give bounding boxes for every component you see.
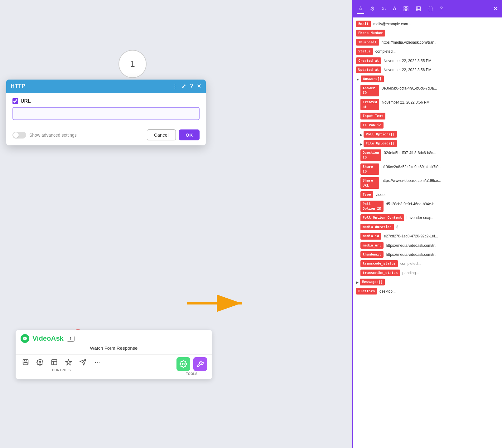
array-tag: Answers[] (361, 75, 384, 82)
field-value: molly@example.com... (373, 21, 411, 27)
field-value: https://media.videoask.com/tr... (386, 242, 437, 248)
tools-purple-icon[interactable] (193, 357, 207, 371)
ok-button[interactable]: OK (179, 129, 200, 140)
svg-rect-7 (407, 7, 408, 8)
cancel-button[interactable]: Cancel (147, 129, 176, 140)
data-row: transcribe_statuspending... (353, 268, 502, 277)
data-row: Thumbnailhttps://media.videoask.com/tran… (353, 38, 502, 47)
svg-rect-6 (404, 7, 406, 8)
save-icon[interactable] (21, 357, 31, 367)
data-row: Phone Number (353, 28, 502, 37)
expand-btn[interactable]: ▶ (360, 132, 362, 137)
field-tag: media_url (360, 242, 384, 249)
controls-label: CONTROLS (52, 368, 71, 372)
node-circle: 1 (118, 50, 147, 78)
data-row: Share URLhttps://www.videoask.com/a196ce… (353, 176, 502, 190)
advanced-toggle-switch[interactable] (12, 132, 26, 139)
videoask-title: VideoAsk (32, 334, 64, 343)
field-tag: transcribe_status (360, 270, 400, 276)
field-value: https://www.videoask.com/a196ce... (382, 177, 441, 183)
field-value: video... (376, 191, 388, 197)
expand-btn[interactable]: ▶ (356, 279, 359, 285)
panel-table-icon[interactable] (414, 5, 422, 13)
more-icon[interactable]: ⋯ (92, 357, 102, 367)
panel-question-icon[interactable]: ? (439, 4, 444, 13)
field-tag: Type (360, 191, 373, 198)
data-row: thumbnailhttps://media.videoask.com/tr..… (353, 250, 502, 259)
videoask-toolbar: ⋯ CONTROLS TOOLS (16, 354, 212, 379)
http-close-icon[interactable]: ✕ (197, 83, 201, 90)
field-value: November 22, 2022 3:56 PM (382, 99, 429, 105)
svg-point-1 (39, 361, 41, 363)
http-dialog: HTTP ⋮ ⤢ ? ✕ URL Show advanced settings (6, 80, 206, 145)
panel-text-icon[interactable]: A (392, 5, 398, 13)
field-tag: Status (356, 48, 373, 55)
advanced-settings-label: Show advanced settings (29, 133, 77, 138)
panel-content: Emailmolly@example.com...Phone NumberThu… (353, 17, 502, 448)
expand-btn[interactable]: ▶ (360, 141, 362, 146)
http-dialog-header: HTTP ⋮ ⤢ ? ✕ (6, 80, 206, 93)
data-row: Platformdesktop... (353, 287, 502, 296)
field-tag: transcode_status (360, 260, 398, 267)
svg-rect-8 (404, 9, 406, 11)
panel-toolbar: ☆ ⚙ X1 A { } ? ✕ (353, 0, 502, 17)
svg-rect-10 (417, 7, 421, 11)
field-tag: Poll Option ID (360, 201, 384, 212)
data-row: media_urlhttps://media.videoask.com/tr..… (353, 241, 502, 250)
array-tag: File Uploads[] (364, 140, 397, 147)
panel-gear-icon[interactable]: ⚙ (369, 4, 376, 13)
url-input[interactable] (12, 107, 200, 120)
url-checkbox[interactable] (12, 98, 18, 104)
expand-btn[interactable]: ▼ (356, 76, 360, 81)
field-tag: Question ID (360, 149, 381, 161)
send-icon[interactable] (78, 357, 88, 367)
field-value: a196ce2a8×52z2kn9m69jaidzk7l0... (382, 163, 442, 170)
panel-close-icon[interactable]: ✕ (493, 5, 498, 12)
panel-superscript-icon[interactable]: X1 (380, 5, 387, 12)
settings-icon[interactable] (35, 357, 45, 367)
videoask-card: VideoAsk 1 Watch Form Response (16, 330, 212, 379)
tools-green-icon[interactable] (176, 357, 190, 371)
right-panel: ☆ ⚙ X1 A { } ? ✕ Emailmolly@example.com.… (352, 0, 502, 448)
svg-rect-9 (407, 9, 408, 11)
field-tag: Updated at (356, 66, 381, 73)
node-number: 1 (130, 59, 135, 69)
magic-icon[interactable] (64, 357, 74, 367)
videoask-logo-icon (21, 334, 29, 343)
data-row: Poll Option ContentLavender soap... (353, 213, 502, 222)
field-tag: Is Public (360, 122, 384, 129)
array-tag: Messages[] (360, 279, 385, 285)
panel-braces-icon[interactable]: { } (427, 5, 434, 13)
http-dialog-title: HTTP (11, 83, 25, 90)
field-value: desktop... (379, 288, 396, 294)
field-tag: media_duration (360, 224, 394, 230)
data-row: Input Text (353, 111, 502, 120)
http-help-icon[interactable]: ? (190, 83, 193, 90)
field-tag: Share URL (360, 177, 379, 189)
field-tag: Answer ID (360, 85, 379, 96)
field-value: completed... (375, 48, 396, 54)
field-tag: Email (356, 21, 371, 27)
canvas-area: 1 VideoAsk 1 Watch Form Response (0, 0, 355, 448)
data-row: Statuscompleted... (353, 47, 502, 56)
panel-star-icon[interactable]: ☆ (357, 4, 364, 14)
http-more-icon[interactable]: ⋮ (172, 83, 178, 90)
data-row: Created atNovember 22, 2022 3:56 PM (353, 98, 502, 112)
field-value: 024efa5b-df07-4fb3-8dc6-b8c... (384, 149, 436, 156)
data-row: Updated atNovember 22, 2022 3:56 PM (353, 65, 502, 74)
notes-icon[interactable] (49, 357, 59, 367)
field-value: November 22, 2022 3:55 PM (384, 57, 431, 64)
field-value: e27cd278-1ec8-4720-92c2-1ef... (384, 233, 438, 239)
http-expand-icon[interactable]: ⤢ (181, 83, 186, 90)
array-row: ▶Messages[] (353, 277, 502, 286)
data-row: media_duration3 (353, 222, 502, 231)
array-row: ▼Answers[] (353, 74, 502, 83)
videoask-subtitle: Watch Form Response (16, 345, 212, 354)
field-tag: Thumbnail (356, 39, 379, 46)
data-row: Is Public (353, 121, 502, 130)
data-row: Answer ID0e3685b0-ccfa-4f91-b8c8-7d8a... (353, 84, 502, 98)
field-value: November 22, 2022 3:56 PM (384, 66, 431, 73)
field-value: https://media.videoask.com/tr... (386, 251, 437, 257)
data-row: Emailmolly@example.com... (353, 19, 502, 28)
panel-grid-icon[interactable] (402, 5, 410, 13)
